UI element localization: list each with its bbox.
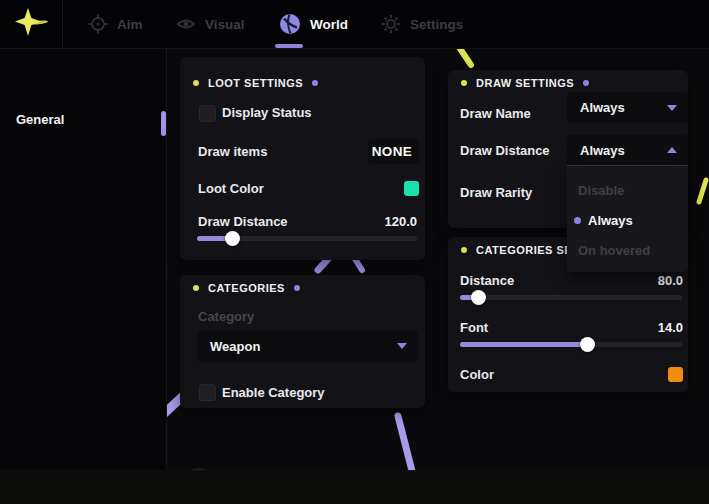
- draw-distance-dropdown-list: Disable Always On hovered: [567, 167, 688, 272]
- panel-header: LOOT SETTINGS: [193, 76, 318, 90]
- draw-name-select[interactable]: Always: [567, 92, 688, 123]
- chevron-down-icon: [397, 343, 407, 349]
- purple-dot-icon: [312, 80, 318, 86]
- bottom-strip: [0, 470, 709, 504]
- eye-icon: [176, 14, 196, 34]
- app-window: Aim Visual World: [0, 0, 709, 504]
- draw-distance-select-value: Always: [580, 143, 625, 158]
- purple-dot-icon: [294, 285, 300, 291]
- dropdown-option-on-hovered[interactable]: On hovered: [567, 235, 688, 265]
- font-label: Font: [460, 320, 488, 336]
- dropdown-option-always[interactable]: Always: [567, 205, 688, 235]
- enable-category-checkbox[interactable]: [199, 384, 216, 401]
- draw-items-label: Draw items: [198, 144, 267, 160]
- tab-world-label: World: [310, 17, 348, 32]
- tab-visual[interactable]: Visual: [176, 0, 245, 48]
- dropdown-option-disable[interactable]: Disable: [567, 175, 688, 205]
- sidebar-active-indicator: [161, 111, 166, 136]
- active-tab-indicator: [275, 44, 303, 48]
- purple-dot-icon: [583, 80, 589, 86]
- distance-value: 80.0: [658, 273, 683, 289]
- panel-header: CATEGORIES: [193, 281, 300, 295]
- distance-label: Distance: [460, 273, 514, 289]
- tab-aim[interactable]: Aim: [88, 0, 143, 48]
- category-select-value: Weapon: [210, 339, 260, 354]
- draw-distance-label: Draw Distance: [198, 214, 288, 230]
- display-status-label: Display Status: [222, 105, 312, 121]
- slider-fill: [460, 342, 587, 347]
- panel-title: CATEGORIES: [208, 282, 285, 294]
- tab-aim-label: Aim: [117, 17, 143, 32]
- draw-distance-label: Draw Distance: [460, 143, 550, 159]
- yellow-dot-icon: [193, 80, 199, 86]
- category-label: Category: [198, 309, 254, 325]
- slider-track[interactable]: [460, 342, 682, 347]
- slider-thumb[interactable]: [471, 290, 486, 305]
- yellow-dot-icon: [461, 80, 467, 86]
- category-select[interactable]: Weapon: [197, 330, 418, 362]
- yellow-dot-icon: [461, 247, 467, 253]
- app-logo-sparkle-icon: [12, 6, 50, 42]
- slider-track[interactable]: [460, 295, 682, 300]
- slider-thumb[interactable]: [225, 231, 240, 246]
- font-slider[interactable]: [460, 337, 682, 352]
- tab-visual-label: Visual: [205, 17, 245, 32]
- draw-items-value-button[interactable]: NONE: [368, 139, 419, 164]
- chevron-up-icon: [667, 147, 677, 153]
- crosshair-icon: [88, 14, 108, 34]
- draw-name-label: Draw Name: [460, 106, 531, 122]
- tab-settings-label: Settings: [410, 17, 463, 32]
- draw-name-select-value: Always: [580, 100, 625, 115]
- tab-world[interactable]: World: [279, 0, 348, 48]
- dropdown-option-label: Always: [588, 213, 633, 228]
- panel-title: LOOT SETTINGS: [208, 77, 303, 89]
- distance-slider[interactable]: [460, 290, 682, 305]
- panel-title: DRAW SETTINGS: [476, 77, 574, 89]
- draw-distance-slider[interactable]: [197, 231, 417, 246]
- globe-icon: [279, 13, 301, 35]
- enable-category-label: Enable Category: [222, 385, 325, 401]
- panel-loot-settings: LOOT SETTINGS Display Status Draw items …: [180, 57, 425, 260]
- slider-thumb[interactable]: [580, 337, 595, 352]
- yellow-dot-icon: [193, 285, 199, 291]
- color-label: Color: [460, 367, 494, 383]
- draw-distance-value: 120.0: [384, 214, 417, 230]
- top-navigation-bar: Aim Visual World: [0, 0, 709, 49]
- category-color-swatch[interactable]: [668, 367, 683, 382]
- panel-header: DRAW SETTINGS: [461, 76, 589, 90]
- draw-rarity-label: Draw Rarity: [460, 185, 532, 201]
- gear-icon: [381, 14, 401, 34]
- chevron-down-icon: [667, 105, 677, 111]
- display-status-checkbox[interactable]: [199, 105, 216, 122]
- panel-categories: CATEGORIES Category Weapon Enable Catego…: [180, 275, 425, 408]
- font-value: 14.0: [658, 320, 683, 336]
- draw-distance-select[interactable]: Always: [567, 135, 688, 166]
- loot-color-swatch[interactable]: [404, 181, 419, 196]
- tab-settings[interactable]: Settings: [381, 0, 463, 48]
- loot-color-label: Loot Color: [198, 181, 264, 197]
- selected-option-dot-icon: [574, 217, 581, 224]
- sidebar: General: [0, 48, 167, 470]
- topbar-divider: [62, 0, 63, 48]
- sidebar-item-general[interactable]: General: [16, 112, 64, 127]
